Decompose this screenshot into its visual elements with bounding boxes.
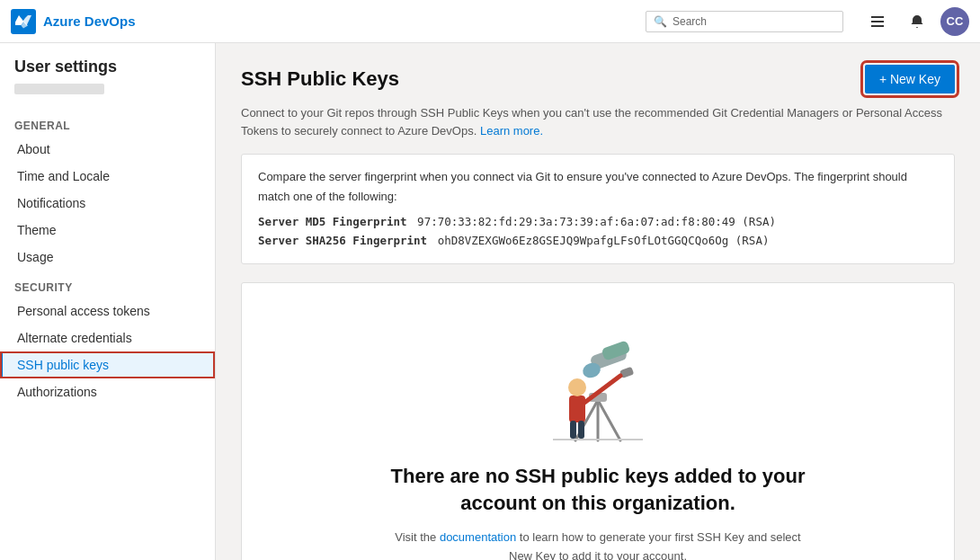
sidebar-item-notifications[interactable]: Notifications [0,190,215,217]
logo-icon [11,9,36,34]
sidebar-item-label: Usage [17,250,53,264]
sidebar-user-avatar [14,84,104,94]
sidebar-item-label: About [17,142,50,156]
empty-state: There are no SSH public keys added to yo… [241,282,955,560]
sidebar-item-label: Alternate credentials [17,331,132,345]
sidebar-item-theme[interactable]: Theme [0,217,215,244]
sidebar-item-label: Notifications [17,196,85,210]
user-avatar[interactable]: CC [940,7,969,36]
documentation-link[interactable]: documentation [440,530,516,544]
sidebar-item-about[interactable]: About [0,136,215,163]
sidebar-item-personal-access-tokens[interactable]: Personal access tokens [0,298,215,324]
app-logo[interactable]: Azure DevOps [11,9,136,34]
sidebar-item-label: Time and Locale [17,169,110,183]
fingerprint-box: Compare the server fingerprint when you … [241,154,955,264]
fingerprint-md5-value: 97:70:33:82:fd:29:3a:73:39:af:6a:07:ad:f… [417,215,776,228]
svg-line-4 [598,400,620,440]
page-title: SSH Public Keys [241,67,399,91]
content-area: SSH Public Keys + New Key Connect to you… [216,43,980,560]
sidebar-item-label: SSH public keys [17,358,109,372]
svg-rect-12 [570,421,576,439]
sidebar-item-ssh-public-keys[interactable]: SSH public keys [0,351,215,378]
security-section-label: Security [0,271,215,298]
learn-more-link[interactable]: Learn more. [480,124,543,138]
svg-rect-2 [871,25,884,27]
svg-rect-0 [871,16,884,18]
sidebar-item-time-locale[interactable]: Time and Locale [0,163,215,190]
fingerprint-sha256-value: ohD8VZEXGWo6Ez8GSEJQ9WpafgLFsOfLOtGGQCQo… [438,234,770,247]
sidebar-item-label: Authorizations [17,385,97,399]
sidebar-item-alternate-credentials[interactable]: Alternate credentials [0,324,215,351]
search-label: Search [673,15,707,28]
sidebar-title: User settings [0,58,215,84]
empty-state-description: Visit the documentation to learn how to … [391,529,805,560]
notification-icon[interactable] [901,5,933,38]
telescope-illustration [526,319,670,445]
description-text: Connect to your Git repos through SSH Pu… [241,104,955,139]
empty-state-title: There are no SSH public keys added to yo… [373,463,823,519]
fingerprint-intro: Compare the server fingerprint when you … [258,167,938,207]
main-layout: User settings General About Time and Loc… [0,43,980,560]
sidebar-item-label: Personal access tokens [17,304,150,318]
svg-rect-13 [578,421,584,439]
svg-rect-1 [871,21,884,22]
sidebar-item-label: Theme [17,223,57,237]
app-name: Azure DevOps [43,13,136,29]
svg-rect-11 [569,396,585,422]
new-key-button[interactable]: + New Key [865,65,955,93]
sidebar-item-usage[interactable]: Usage [0,244,215,271]
search-icon: 🔍 [654,15,667,28]
fingerprint-sha256-row: Server SHA256 Fingerprint ohD8VZEXGWo6Ez… [258,231,938,250]
page-header: SSH Public Keys + New Key [241,65,955,93]
sidebar-item-authorizations[interactable]: Authorizations [0,378,215,405]
top-navigation: Azure DevOps 🔍 Search CC [0,0,980,43]
sidebar: User settings General About Time and Loc… [0,43,216,560]
general-section-label: General [0,109,215,136]
svg-point-14 [568,378,586,396]
topnav-actions: CC [861,5,969,38]
menu-icon[interactable] [861,5,894,38]
fingerprint-sha256-label: Server SHA256 Fingerprint [258,234,427,247]
search-box[interactable]: 🔍 Search [646,11,843,32]
fingerprint-md5-label: Server MD5 Fingerprint [258,215,407,228]
fingerprint-md5-row: Server MD5 Fingerprint 97:70:33:82:fd:29… [258,212,938,231]
